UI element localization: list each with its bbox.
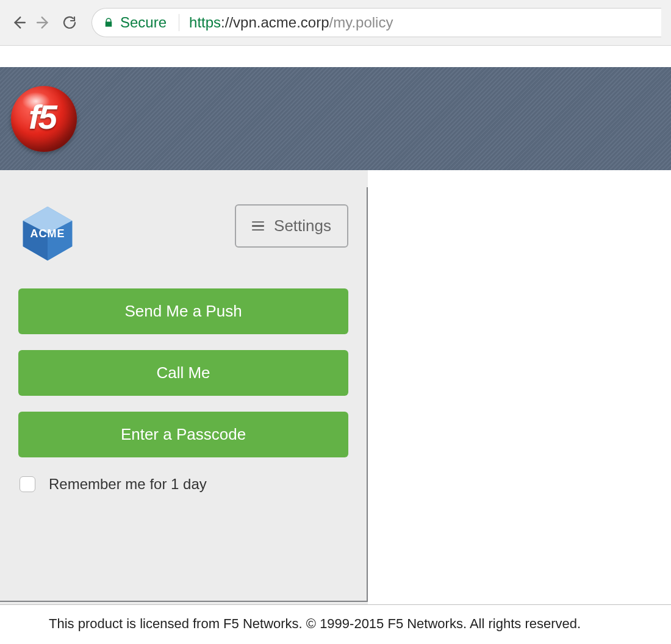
settings-button[interactable]: Settings: [235, 204, 348, 248]
secure-label: Secure: [120, 14, 167, 31]
settings-label: Settings: [274, 216, 331, 235]
url-host: ://vpn.acme.corp: [221, 14, 329, 30]
send-push-button[interactable]: Send Me a Push: [18, 288, 348, 334]
lock-icon: [103, 16, 114, 29]
url-path: /my.policy: [329, 14, 393, 30]
footer-wrap: This product is licensed from F5 Network…: [0, 604, 671, 632]
call-me-button[interactable]: Call Me: [18, 350, 348, 396]
enter-passcode-button[interactable]: Enter a Passcode: [18, 412, 348, 457]
divider: [179, 14, 179, 31]
f5-logo-text: f5: [29, 97, 56, 137]
browser-toolbar: Secure https://vpn.acme.corp/my.policy: [0, 0, 671, 46]
company-logo: ACME: [18, 204, 77, 263]
remember-label: Remember me for 1 day: [49, 476, 207, 493]
duo-auth-frame: ACME Settings Send Me a Push Call Me Ent…: [0, 187, 368, 602]
content-area: ACME Settings Send Me a Push Call Me Ent…: [0, 170, 671, 604]
back-button[interactable]: [10, 14, 27, 31]
url-display: https://vpn.acme.corp/my.policy: [189, 14, 393, 31]
footer-text: This product is licensed from F5 Network…: [0, 605, 671, 632]
hamburger-icon: [252, 221, 264, 231]
reload-button[interactable]: [61, 14, 78, 31]
blank-area: [368, 170, 671, 604]
remember-checkbox[interactable]: [20, 476, 35, 492]
duo-header: ACME Settings: [18, 204, 348, 263]
page-banner: f5: [0, 67, 671, 170]
address-bar[interactable]: Secure https://vpn.acme.corp/my.policy: [92, 8, 661, 37]
remember-row: Remember me for 1 day: [18, 476, 348, 493]
company-logo-text: ACME: [30, 227, 65, 240]
f5-logo: f5: [11, 86, 77, 152]
forward-button[interactable]: [35, 14, 52, 31]
url-scheme: https: [189, 14, 221, 30]
